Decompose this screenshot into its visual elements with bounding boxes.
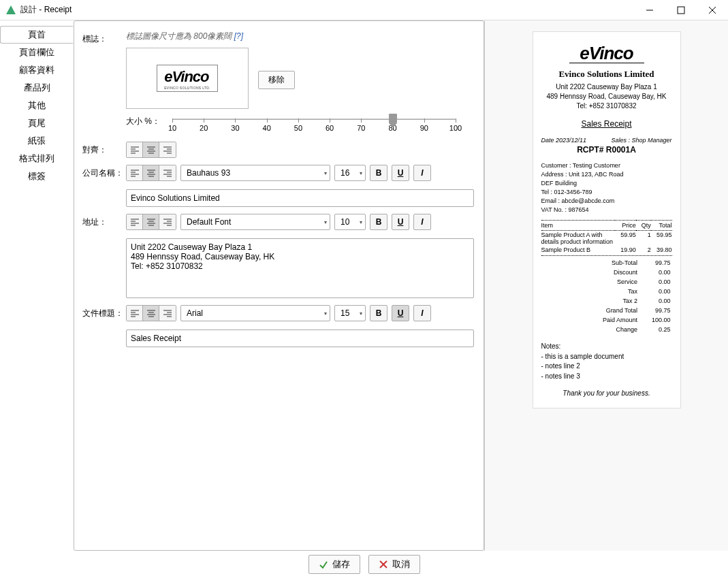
receipt-id: RCPT# R0001A	[541, 145, 672, 155]
cancel-button[interactable]: 取消	[368, 555, 420, 574]
logo-hint: 標誌圖像尺寸應為 800像素闊 [?]	[126, 31, 243, 41]
logo-size-slider[interactable]: 102030405060708090100	[164, 116, 464, 135]
main-panel: 標誌： 標誌圖像尺寸應為 800像素闊 [?] eVinco EVINCO SO…	[74, 20, 484, 551]
receipt-notes: Notes: - this is a sample document- note…	[541, 342, 672, 381]
title-bold-button[interactable]: B	[370, 305, 387, 321]
address-align-group	[126, 214, 176, 230]
receipt-title: Sales Receipt	[541, 119, 672, 129]
receipt-customer: Customer : Testing CustomerAddress : Uni…	[541, 161, 672, 214]
svg-rect-2	[678, 7, 684, 14]
check-icon	[319, 560, 328, 569]
title-font-select[interactable]: Arial▾	[180, 305, 330, 321]
tab-customer[interactable]: 顧客資料	[0, 61, 74, 79]
address-underline-button[interactable]: U	[392, 214, 409, 230]
tab-header[interactable]: 頁首	[0, 26, 74, 44]
company-align-center[interactable]	[143, 165, 159, 180]
receipt-meta: Date 2023/12/11 Sales : Shop Manager	[541, 137, 672, 144]
address-align-left[interactable]	[127, 214, 143, 229]
align-left-button[interactable]	[127, 142, 143, 157]
label-address: 地址：	[82, 214, 126, 228]
remove-logo-button[interactable]: 移除	[258, 71, 295, 89]
address-align-right[interactable]	[159, 214, 176, 229]
address-italic-button[interactable]: I	[413, 214, 431, 230]
tab-products[interactable]: 產品列	[0, 79, 74, 97]
close-button[interactable]	[697, 0, 728, 20]
label-doc-title: 文件標題：	[82, 305, 126, 319]
title-italic-button[interactable]: I	[413, 305, 431, 321]
title-align-left[interactable]	[127, 306, 143, 321]
x-icon	[379, 560, 388, 569]
company-size-select[interactable]: 16▾	[334, 165, 366, 181]
logo-hint-link[interactable]: [?]	[234, 31, 243, 41]
address-align-center[interactable]	[143, 214, 159, 229]
label-company: 公司名稱：	[82, 165, 126, 179]
tab-other[interactable]: 其他	[0, 97, 74, 114]
receipt-company: Evinco Solutions Limited	[541, 69, 672, 80]
align-center-button[interactable]	[143, 142, 159, 157]
label-size-pct: 大小 %：	[126, 116, 160, 127]
tab-labels[interactable]: 標簽	[0, 167, 74, 185]
title-underline-button[interactable]: U	[392, 305, 409, 321]
address-input[interactable]: Unit 2202 Causeway Bay Plaza 1 489 Henns…	[126, 238, 474, 298]
window-titlebar: 設計 - Receipt	[0, 0, 728, 20]
address-font-select[interactable]: Default Font▾	[180, 214, 330, 230]
receipt-thanks: Thank you for your business.	[541, 389, 672, 397]
title-align-group	[126, 305, 176, 321]
save-button[interactable]: 儲存	[308, 555, 360, 574]
company-align-left[interactable]	[127, 165, 143, 180]
window-title: 設計 - Receipt	[20, 4, 72, 16]
logo-preview[interactable]: eVinco EVINCO SOLUTIONS LTD.	[126, 48, 249, 109]
company-bold-button[interactable]: B	[370, 165, 387, 181]
svg-marker-0	[6, 5, 16, 14]
tab-layout[interactable]: 格式排列	[0, 150, 74, 167]
company-align-group	[126, 165, 176, 181]
label-logo: 標誌：	[82, 31, 126, 45]
maximize-button[interactable]	[665, 0, 697, 20]
footer-bar: 儲存 取消	[0, 551, 728, 578]
receipt-logo: eVinco	[541, 43, 672, 64]
title-align-right[interactable]	[159, 306, 176, 321]
tab-footer[interactable]: 頁尾	[0, 114, 74, 132]
label-align: 對齊：	[82, 142, 126, 156]
preview-panel: eVinco Evinco Solutions Limited Unit 220…	[484, 20, 728, 551]
company-name-input[interactable]: Evinco Solutions Limited	[126, 189, 474, 207]
tab-paper[interactable]: 紙張	[0, 132, 74, 150]
align-right-button[interactable]	[159, 142, 176, 157]
company-align-right[interactable]	[159, 165, 176, 180]
company-underline-button[interactable]: U	[392, 165, 409, 181]
title-align-center[interactable]	[143, 306, 159, 321]
address-size-select[interactable]: 10▾	[334, 214, 366, 230]
receipt-preview: eVinco Evinco Solutions Limited Unit 220…	[533, 31, 681, 408]
company-italic-button[interactable]: I	[413, 165, 431, 181]
company-font-select[interactable]: Bauhaus 93▾	[180, 165, 330, 181]
doc-title-input[interactable]: Sales Receipt	[126, 330, 474, 347]
address-bold-button[interactable]: B	[370, 214, 387, 230]
tabs-sidebar: 頁首 頁首欄位 顧客資料 產品列 其他 頁尾 紙張 格式排列 標簽	[0, 20, 74, 551]
title-size-select[interactable]: 15▾	[334, 305, 366, 321]
tab-header-fields[interactable]: 頁首欄位	[0, 44, 74, 61]
app-icon	[5, 5, 16, 16]
receipt-items-table: Item Price Qty Total Sample Product A wi…	[541, 220, 672, 254]
logo-align-group	[126, 142, 176, 158]
receipt-address: Unit 2202 Causeway Bay Plaza 1 489 Henns…	[541, 82, 672, 111]
receipt-totals: Sub-Total99.75Discount0.00Service0.00Tax…	[541, 257, 672, 335]
minimize-button[interactable]	[634, 0, 665, 20]
